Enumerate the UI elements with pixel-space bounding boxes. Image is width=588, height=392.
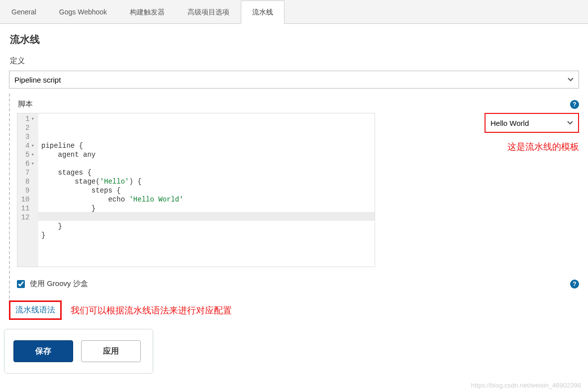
definition-label: 定义: [0, 49, 588, 71]
editor-current-line-highlight: [38, 212, 375, 221]
tab-build-triggers[interactable]: 构建触发器: [118, 0, 176, 24]
apply-button[interactable]: 应用: [81, 340, 141, 362]
action-bar: 保存 应用: [4, 329, 153, 374]
syntax-annotation: 我们可以根据流水线语法来进行对应配置: [71, 304, 232, 316]
tab-gogs-webhook[interactable]: Gogs Webhook: [48, 0, 118, 24]
save-button[interactable]: 保存: [13, 340, 73, 362]
section-title: 流水线: [0, 24, 588, 49]
script-editor[interactable]: 1 ▾2 3 4 ▾5 ▾6 ▾7 8 9 10 11 12 pipeline …: [17, 113, 375, 267]
editor-gutter: 1 ▾2 3 4 ▾5 ▾6 ▾7 8 9 10 11 12: [17, 113, 38, 267]
script-section: 脚本 ? 1 ▾2 3 4 ▾5 ▾6 ▾7 8 9 10 11 12 pipe…: [9, 94, 588, 298]
tab-advanced-options[interactable]: 高级项目选项: [176, 0, 241, 24]
groovy-sandbox-label: 使用 Groovy 沙盒: [30, 279, 88, 289]
help-icon-sandbox[interactable]: ?: [570, 280, 579, 289]
editor-code[interactable]: pipeline { agent any stages { stage('Hel…: [38, 113, 375, 267]
template-annotation: 这是流水线的模板: [480, 141, 579, 153]
help-icon-script[interactable]: ?: [570, 100, 579, 109]
pipeline-syntax-link[interactable]: 流水线语法: [9, 300, 62, 320]
tab-pipeline[interactable]: 流水线: [241, 0, 285, 24]
definition-select[interactable]: Pipeline script: [9, 71, 579, 89]
tab-general[interactable]: General: [0, 0, 48, 24]
groovy-sandbox-checkbox[interactable]: [17, 280, 25, 288]
script-label: 脚本: [18, 99, 33, 109]
pipeline-template-select[interactable]: Hello World: [485, 113, 579, 133]
watermark: https://blog.csdn.net/weixin_46902396: [471, 382, 581, 389]
config-tabs: General Gogs Webhook 构建触发器 高级项目选项 流水线: [0, 0, 588, 24]
